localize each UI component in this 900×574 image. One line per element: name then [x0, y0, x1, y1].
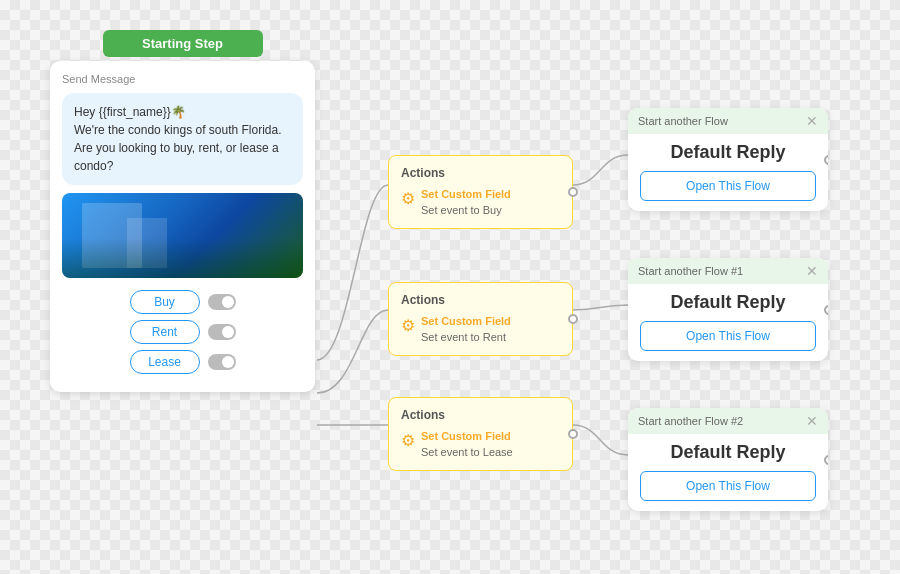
rent-button[interactable]: Rent: [130, 320, 200, 344]
field-value-1: Set event to Buy: [421, 204, 502, 216]
lease-button[interactable]: Lease: [130, 350, 200, 374]
field-icon-1: ⚙: [401, 189, 415, 203]
open-flow-btn-1[interactable]: Open This Flow: [640, 171, 816, 201]
actions-node-1-title: Actions: [401, 166, 560, 180]
field-icon-3: ⚙: [401, 431, 415, 445]
reply-3-title: Default Reply: [640, 442, 816, 463]
rent-toggle[interactable]: [208, 324, 236, 340]
reply-2-body: Default Reply Open This Flow: [628, 284, 828, 361]
send-message-card: Send Message Hey {{first_name}}🌴 We're t…: [50, 61, 315, 392]
field-label-3: Set Custom Field: [421, 430, 513, 442]
buy-button[interactable]: Buy: [130, 290, 200, 314]
action-3-out-dot[interactable]: [568, 429, 578, 439]
field-value-3: Set event to Lease: [421, 446, 513, 458]
actions-node-3-title: Actions: [401, 408, 560, 422]
starting-step-badge: Starting Step: [103, 30, 263, 57]
field-icon-2: ⚙: [401, 316, 415, 330]
set-custom-field-2: ⚙ Set Custom Field Set event to Rent: [401, 315, 560, 345]
reply-3-body: Default Reply Open This Flow: [628, 434, 828, 511]
condo-image: [62, 193, 303, 278]
reply-1-body: Default Reply Open This Flow: [628, 134, 828, 211]
actions-node-2-title: Actions: [401, 293, 560, 307]
actions-node-2: Actions ⚙ Set Custom Field Set event to …: [388, 282, 573, 356]
button-row-lease: Lease: [62, 350, 303, 374]
reply-3-out-dot[interactable]: [824, 455, 828, 465]
buy-toggle[interactable]: [208, 294, 236, 310]
reply-3-close[interactable]: ✕: [806, 414, 818, 428]
button-row-buy: Buy: [62, 290, 303, 314]
starting-step-container: Starting Step Send Message Hey {{first_n…: [50, 30, 315, 392]
message-bubble: Hey {{first_name}}🌴 We're the condo king…: [62, 93, 303, 185]
action-1-out-dot[interactable]: [568, 187, 578, 197]
building-decoration: [82, 203, 142, 268]
open-flow-btn-2[interactable]: Open This Flow: [640, 321, 816, 351]
field-value-2: Set event to Rent: [421, 331, 506, 343]
reply-2-header: Start another Flow #1 ✕: [628, 258, 828, 284]
reply-1-title: Default Reply: [640, 142, 816, 163]
actions-node-1: Actions ⚙ Set Custom Field Set event to …: [388, 155, 573, 229]
button-row-rent: Rent: [62, 320, 303, 344]
reply-node-2: Start another Flow #1 ✕ Default Reply Op…: [628, 258, 828, 361]
reply-node-1: Start another Flow ✕ Default Reply Open …: [628, 108, 828, 211]
reply-node-3: Start another Flow #2 ✕ Default Reply Op…: [628, 408, 828, 511]
reply-2-close[interactable]: ✕: [806, 264, 818, 278]
set-custom-field-3: ⚙ Set Custom Field Set event to Lease: [401, 430, 560, 460]
reply-1-out-dot[interactable]: [824, 155, 828, 165]
reply-3-header: Start another Flow #2 ✕: [628, 408, 828, 434]
lease-toggle[interactable]: [208, 354, 236, 370]
field-label-1: Set Custom Field: [421, 188, 511, 200]
open-flow-btn-3[interactable]: Open This Flow: [640, 471, 816, 501]
actions-node-3: Actions ⚙ Set Custom Field Set event to …: [388, 397, 573, 471]
reply-2-title: Default Reply: [640, 292, 816, 313]
reply-2-out-dot[interactable]: [824, 305, 828, 315]
set-custom-field-1: ⚙ Set Custom Field Set event to Buy: [401, 188, 560, 218]
reply-1-header: Start another Flow ✕: [628, 108, 828, 134]
action-2-out-dot[interactable]: [568, 314, 578, 324]
reply-1-close[interactable]: ✕: [806, 114, 818, 128]
field-label-2: Set Custom Field: [421, 315, 511, 327]
card-label: Send Message: [62, 73, 303, 85]
